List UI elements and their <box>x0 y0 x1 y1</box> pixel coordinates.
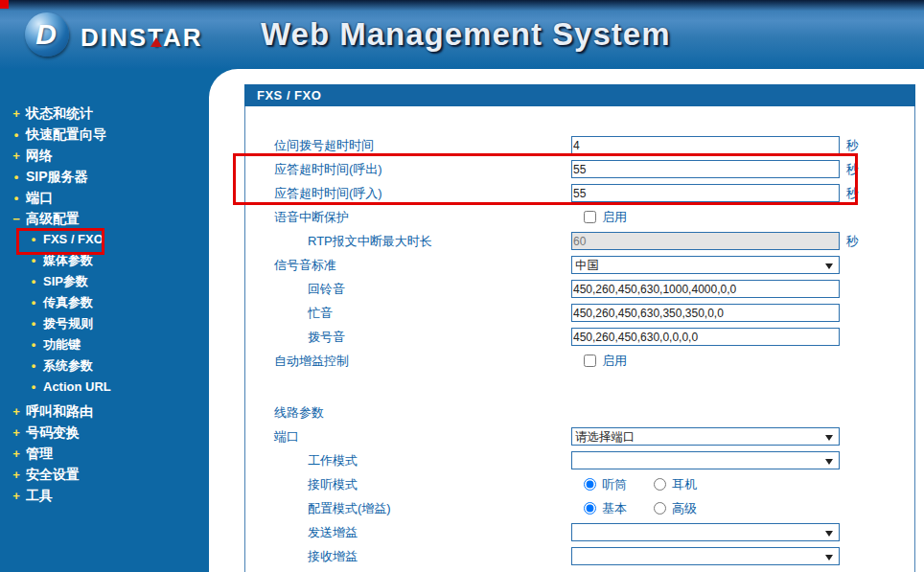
row-voice-interrupt-protect: 语音中断保护 启用 <box>245 205 914 229</box>
row-tx-gain: 发送增益 <box>245 520 914 544</box>
row-rx-gain: 接收增益 <box>245 544 914 568</box>
row-answer-timeout-out: 应答超时时间(呼出) 秒 <box>245 157 914 181</box>
sidebar-item-advanced-config[interactable]: −高级配置 <box>10 208 209 229</box>
busy-tone-input[interactable] <box>571 304 840 322</box>
sidebar-item-system-params[interactable]: •系统参数 <box>10 355 209 377</box>
field-label: 位间拨号超时时间 <box>274 137 571 154</box>
field-label: 发送增益 <box>274 524 571 541</box>
panel-body: 位间拨号超时时间 秒 应答超时时间(呼出) 秒 应答超时时间(呼入) 秒 语音中… <box>244 106 915 572</box>
plus-icon: + <box>10 486 23 507</box>
row-port: 端口 请选择端口 <box>245 424 914 448</box>
sidebar-item-dial-rules[interactable]: •拨号规则 <box>10 313 209 334</box>
row-dial-tone: 拨号音 <box>245 325 914 349</box>
work-mode-select[interactable] <box>571 451 840 469</box>
sidebar-item-function-keys[interactable]: •功能键 <box>10 334 209 355</box>
row-busy-tone: 忙音 <box>245 301 914 325</box>
sidebar-item-network[interactable]: +网络 <box>10 145 209 166</box>
sidebar-item-fxs-fxo[interactable]: •FXS / FXO <box>10 229 209 250</box>
sidebar-item-status-statistics[interactable]: +状态和统计 <box>10 103 209 124</box>
chevron-down-icon <box>825 459 833 465</box>
fxs-fxo-panel: FXS / FXO 位间拨号超时时间 秒 应答超时时间(呼出) 秒 应答超时时间… <box>244 84 915 572</box>
section-heading: 线路参数 <box>274 404 571 422</box>
row-line-params-section: 线路参数 <box>245 400 914 424</box>
voice-interrupt-enable-checkbox[interactable] <box>584 211 596 223</box>
sidebar-item-media-params[interactable]: •媒体参数 <box>10 250 209 271</box>
radio-label: 听筒 <box>602 476 627 493</box>
sidebar-item-tools[interactable]: +工具 <box>10 485 209 506</box>
answer-mode-headset-radio[interactable] <box>654 478 666 491</box>
chevron-down-icon <box>825 555 833 561</box>
sidebar-item-port[interactable]: •端口 <box>10 187 209 208</box>
sidebar-item-action-url[interactable]: •Action URL <box>10 377 209 398</box>
plus-icon: + <box>10 401 23 423</box>
sidebar-nav: +状态和统计 •快速配置向导 +网络 •SIP服务器 •端口 −高级配置 •FX… <box>0 69 209 506</box>
answer-timeout-in-input[interactable] <box>571 184 840 202</box>
chevron-down-icon <box>825 531 833 537</box>
tone-standard-select[interactable]: 中国 <box>571 256 840 274</box>
dial-tone-input[interactable] <box>571 328 840 346</box>
logo-text: DINSTAR <box>81 23 203 53</box>
plus-icon: + <box>10 103 23 125</box>
row-config-mode-gain: 配置模式(增益) 基本 高级 <box>245 496 914 520</box>
rx-gain-select[interactable] <box>571 547 840 565</box>
radio-label: 高级 <box>672 500 697 517</box>
dot-icon: • <box>27 229 40 250</box>
red-corner-mark <box>0 0 9 9</box>
sidebar: +状态和统计 •快速配置向导 +网络 •SIP服务器 •端口 −高级配置 •FX… <box>0 69 209 572</box>
unit-label: 秒 <box>846 233 859 250</box>
gain-mode-basic-radio[interactable] <box>584 502 596 515</box>
field-label: 信号音标准 <box>274 257 571 274</box>
radio-label: 基本 <box>602 500 627 517</box>
sidebar-item-sip-params[interactable]: •SIP参数 <box>10 271 209 292</box>
unit-label: 秒 <box>846 185 859 202</box>
row-agc: 自动增益控制 启用 <box>245 349 914 373</box>
plus-icon: + <box>10 146 23 167</box>
dinstar-logo-icon: D <box>25 12 69 57</box>
dot-icon: • <box>27 250 40 271</box>
sidebar-item-management[interactable]: +管理 <box>10 443 209 464</box>
checkbox-label: 启用 <box>602 353 627 370</box>
minus-icon: − <box>10 209 23 230</box>
agc-enable-checkbox[interactable] <box>584 355 596 367</box>
unit-label: 秒 <box>846 161 859 178</box>
sidebar-item-sip-server[interactable]: •SIP服务器 <box>10 166 209 187</box>
sidebar-item-quick-config-wizard[interactable]: •快速配置向导 <box>10 124 209 145</box>
row-answer-mode: 接听模式 听筒 耳机 <box>245 472 914 496</box>
field-label: 应答超时时间(呼出) <box>274 161 571 178</box>
app-header: D DINSTAR Web Management System <box>0 0 924 69</box>
field-label: 忙音 <box>274 305 571 322</box>
plus-icon: + <box>10 423 23 444</box>
dot-icon: • <box>27 292 40 313</box>
unit-label: 秒 <box>846 137 859 154</box>
interdigit-timeout-input[interactable] <box>571 136 840 154</box>
field-label: 拨号音 <box>274 329 571 346</box>
sidebar-item-call-routing[interactable]: +呼叫和路由 <box>10 400 209 422</box>
field-label: 应答超时时间(呼入) <box>274 185 571 202</box>
sidebar-item-fax-params[interactable]: •传真参数 <box>10 292 209 313</box>
logo-red-triangle <box>150 37 162 47</box>
dot-icon: • <box>27 355 40 377</box>
tx-gain-select[interactable] <box>571 523 840 541</box>
dot-icon: • <box>27 334 40 355</box>
sidebar-item-security-settings[interactable]: +安全设置 <box>10 464 209 485</box>
radio-label: 耳机 <box>672 476 697 493</box>
rtp-max-interrupt-input <box>571 232 840 250</box>
sidebar-item-number-transform[interactable]: +号码变换 <box>10 422 209 443</box>
dot-icon: • <box>27 313 40 334</box>
gain-mode-advanced-radio[interactable] <box>654 502 666 515</box>
chevron-down-icon <box>825 263 833 269</box>
dot-icon: • <box>10 167 23 188</box>
row-tone-standard: 信号音标准 中国 <box>245 253 914 277</box>
main-area: +状态和统计 •快速配置向导 +网络 •SIP服务器 •端口 −高级配置 •FX… <box>0 69 924 572</box>
row-work-mode: 工作模式 <box>245 448 914 472</box>
row-rtp-max-interrupt: RTP报文中断最大时长 秒 <box>245 229 914 253</box>
answer-mode-handset-radio[interactable] <box>584 478 596 491</box>
ringback-tone-input[interactable] <box>571 280 840 298</box>
field-label: RTP报文中断最大时长 <box>274 233 571 250</box>
field-label: 端口 <box>274 428 571 446</box>
answer-timeout-out-input[interactable] <box>571 160 840 178</box>
field-label: 工作模式 <box>274 452 571 469</box>
plus-icon: + <box>10 444 23 465</box>
checkbox-label: 启用 <box>602 209 627 226</box>
port-select[interactable]: 请选择端口 <box>571 427 840 446</box>
